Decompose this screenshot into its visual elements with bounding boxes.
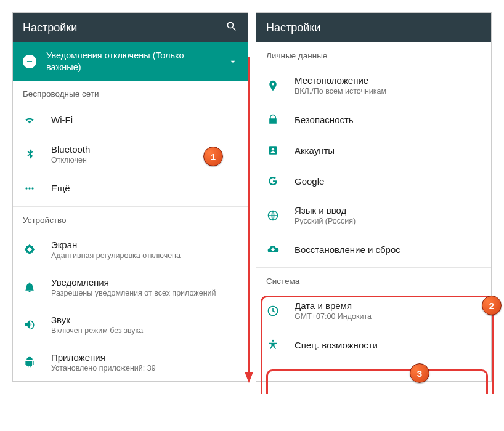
svg-point-3: [31, 187, 33, 189]
row-apps[interactable]: Приложения Установлено приложений: 39: [13, 344, 248, 381]
google-title: Google: [295, 176, 481, 187]
more-icon: [23, 182, 36, 195]
callout-3: 3: [410, 363, 429, 383]
callout-2: 2: [482, 296, 502, 315]
row-google[interactable]: Google: [256, 166, 491, 196]
backup-icon: [266, 243, 280, 256]
section-personal: Личные данные: [256, 42, 491, 66]
row-more[interactable]: Ещё: [13, 173, 248, 204]
row-language[interactable]: Язык и ввод Русский (Россия): [256, 196, 491, 234]
appbar-title: Настройки: [23, 22, 77, 34]
globe-icon: [266, 209, 280, 222]
row-wifi[interactable]: Wi-Fi: [13, 105, 248, 135]
notif-sub: Разрешены уведомления от всех приложений: [51, 289, 238, 297]
google-icon: [266, 174, 280, 188]
display-sub: Адаптивная регулировка отключена: [51, 251, 238, 260]
row-sound[interactable]: Звук Включен режим без звука: [13, 306, 248, 344]
dnd-text: Уведомления отключены (Только важные): [46, 50, 218, 73]
accounts-title: Аккаунты: [295, 145, 481, 156]
lang-title: Язык и ввод: [295, 205, 481, 216]
notif-title: Уведомления: [51, 277, 238, 288]
volume-icon: [23, 318, 36, 331]
dnd-icon: [23, 55, 36, 68]
svg-point-1: [25, 187, 27, 189]
section-wireless: Беспроводные сети: [13, 81, 248, 105]
search-icon[interactable]: [226, 20, 238, 36]
location-icon: [266, 79, 280, 92]
appbar: Настройки: [256, 13, 491, 42]
svg-point-8: [272, 340, 274, 342]
callout-1: 1: [203, 147, 223, 166]
account-icon: [266, 143, 280, 157]
row-notifications[interactable]: Уведомления Разрешены уведомления от все…: [13, 268, 248, 306]
row-security[interactable]: Безопасность: [256, 104, 491, 135]
section-system: Система: [256, 268, 491, 292]
sound-sub: Включен режим без звука: [51, 326, 238, 335]
lock-icon: [266, 113, 280, 126]
svg-point-5: [272, 148, 274, 150]
chevron-down-icon: [228, 57, 238, 66]
row-accounts[interactable]: Аккаунты: [256, 135, 491, 166]
svg-point-2: [28, 187, 30, 189]
apps-title: Приложения: [51, 352, 238, 363]
access-title: Спец. возможности: [295, 340, 481, 350]
date-title: Дата и время: [295, 300, 481, 311]
lang-sub: Русский (Россия): [295, 217, 481, 225]
location-sub: ВКЛ./По всем источникам: [295, 87, 481, 95]
clock-icon: [266, 304, 280, 318]
dnd-banner[interactable]: Уведомления отключены (Только важные): [13, 42, 248, 81]
section-device: Устройство: [13, 207, 248, 231]
row-accessibility[interactable]: Спец. возможности: [256, 329, 491, 360]
display-title: Экран: [51, 240, 238, 250]
accessibility-icon: [266, 338, 280, 352]
phone-right: Настройки Личные данные Местоположение В…: [256, 12, 492, 382]
sound-title: Звук: [51, 315, 238, 325]
row-backup[interactable]: Восстановление и сброс: [256, 234, 491, 265]
row-location[interactable]: Местоположение ВКЛ./По всем источникам: [256, 66, 491, 104]
row-datetime[interactable]: Дата и время GMT+07:00 Индокита: [256, 292, 491, 329]
location-title: Местоположение: [295, 75, 481, 86]
wifi-icon: [23, 113, 36, 127]
bluetooth-icon: [23, 147, 36, 161]
android-icon: [23, 355, 36, 369]
date-sub: GMT+07:00 Индокита: [295, 312, 481, 321]
phone-left: Настройки Уведомления отключены (Только …: [12, 12, 248, 382]
wifi-title: Wi-Fi: [51, 115, 238, 125]
appbar-title: Настройки: [266, 22, 320, 34]
apps-sub: Установлено приложений: 39: [51, 364, 238, 373]
more-title: Ещё: [51, 183, 238, 193]
security-title: Безопасность: [295, 115, 481, 125]
brightness-icon: [23, 243, 36, 256]
backup-title: Восстановление и сброс: [295, 244, 481, 255]
bell-icon: [23, 280, 36, 294]
row-display[interactable]: Экран Адаптивная регулировка отключена: [13, 231, 248, 268]
svg-rect-0: [27, 61, 32, 62]
appbar: Настройки: [13, 13, 248, 42]
